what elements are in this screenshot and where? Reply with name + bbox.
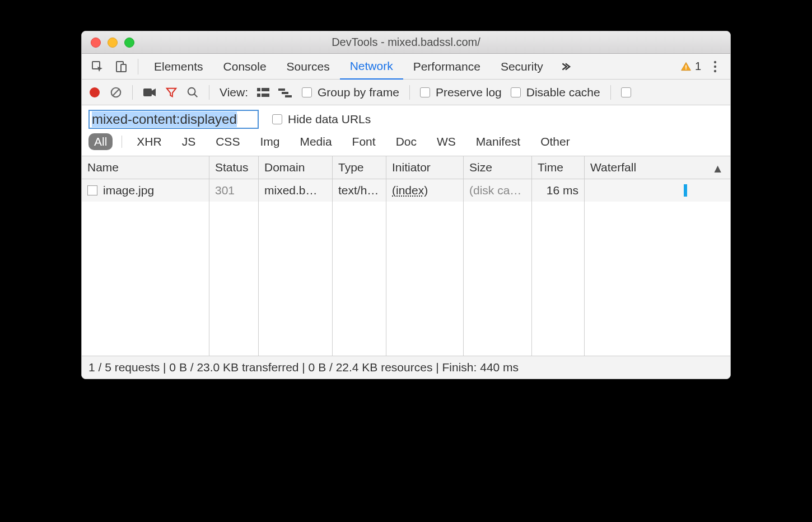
camera-icon[interactable]: [143, 87, 156, 98]
type-filter-manifest[interactable]: Manifest: [470, 133, 526, 150]
type-filter-all[interactable]: All: [88, 133, 113, 150]
cell-domain[interactable]: mixed.b…: [259, 179, 333, 202]
col-size[interactable]: Size: [464, 156, 532, 179]
warning-badge[interactable]: 1: [680, 60, 701, 73]
col-status[interactable]: Status: [209, 156, 259, 179]
tab-performance[interactable]: Performance: [403, 54, 491, 80]
filter-row: mixed-content:displayed Hide data URLs: [82, 105, 730, 131]
checkbox-icon: [302, 87, 312, 97]
svg-rect-16: [257, 94, 260, 97]
divider: [610, 85, 611, 100]
tab-elements[interactable]: Elements: [144, 54, 213, 80]
tab-sources[interactable]: Sources: [277, 54, 340, 80]
col-waterfall-label: Waterfall: [590, 161, 636, 174]
large-rows-icon[interactable]: [257, 87, 269, 98]
tab-network[interactable]: Network: [340, 54, 403, 80]
cell-status[interactable]: 301: [209, 179, 259, 202]
type-filter-other[interactable]: Other: [535, 133, 576, 150]
hide-data-urls-toggle[interactable]: Hide data URLs: [272, 113, 371, 126]
type-filter-js[interactable]: JS: [176, 133, 202, 150]
svg-rect-15: [262, 88, 269, 91]
cell-initiator[interactable]: (index): [386, 179, 464, 202]
svg-point-5: [714, 60, 716, 63]
svg-rect-20: [285, 95, 292, 97]
minimize-window-button[interactable]: [108, 38, 118, 48]
divider: [122, 136, 122, 148]
waterfall-bar: [684, 184, 687, 197]
cell-name[interactable]: image.jpg: [82, 179, 209, 202]
grid-empty-area: [82, 202, 730, 356]
col-domain[interactable]: Domain: [259, 156, 333, 179]
request-name: image.jpg: [103, 184, 154, 197]
clear-icon[interactable]: [110, 86, 122, 99]
initiator-link[interactable]: (index): [392, 184, 428, 197]
window-title: DevTools - mixed.badssl.com/: [82, 36, 730, 49]
main-tabs: Elements Console Sources Network Perform…: [82, 54, 730, 80]
divider: [409, 85, 410, 100]
divider: [209, 85, 209, 100]
col-initiator[interactable]: Initiator: [386, 156, 464, 179]
svg-rect-19: [282, 92, 288, 94]
svg-point-8: [90, 87, 100, 97]
checkbox-icon: [621, 87, 631, 97]
more-tabs-icon[interactable]: [553, 60, 577, 73]
svg-rect-17: [262, 94, 269, 97]
disable-cache-label: Disable cache: [526, 86, 600, 99]
record-icon[interactable]: [88, 86, 101, 99]
cell-type[interactable]: text/h…: [333, 179, 386, 202]
hide-data-urls-label: Hide data URLs: [288, 113, 371, 126]
statusbar-text: 1 / 5 requests | 0 B / 23.0 KB transferr…: [88, 361, 519, 374]
type-filter-doc[interactable]: Doc: [390, 133, 422, 150]
disable-cache-toggle[interactable]: Disable cache: [511, 86, 600, 99]
search-icon[interactable]: [186, 86, 199, 99]
col-name[interactable]: Name: [82, 156, 209, 179]
divider: [132, 85, 133, 100]
checkbox-icon: [272, 114, 282, 124]
preserve-log-label: Preserve log: [436, 86, 502, 99]
overview-icon[interactable]: [278, 87, 293, 98]
traffic-lights: [82, 38, 134, 48]
type-filter-font[interactable]: Font: [347, 133, 381, 150]
checkbox-icon: [511, 87, 521, 97]
type-filter-img[interactable]: Img: [254, 133, 285, 150]
type-filters: All XHR JS CSS Img Media Font Doc WS Man…: [82, 131, 730, 156]
warning-count: 1: [695, 60, 701, 73]
cell-time[interactable]: 16 ms: [532, 179, 585, 202]
svg-line-10: [113, 88, 120, 96]
inspect-element-icon[interactable]: [91, 60, 104, 73]
col-waterfall[interactable]: Waterfall ▲: [585, 156, 730, 179]
type-filter-css[interactable]: CSS: [210, 133, 245, 150]
zoom-window-button[interactable]: [124, 38, 134, 48]
svg-point-7: [714, 69, 716, 72]
device-toolbar-icon[interactable]: [114, 60, 128, 73]
group-by-frame-toggle[interactable]: Group by frame: [302, 86, 399, 99]
checkbox-icon: [420, 87, 430, 97]
type-filter-xhr[interactable]: XHR: [131, 133, 167, 150]
type-filter-ws[interactable]: WS: [431, 133, 461, 150]
svg-rect-18: [278, 88, 285, 91]
col-time[interactable]: Time: [532, 156, 585, 179]
close-window-button[interactable]: [91, 38, 101, 48]
tab-security[interactable]: Security: [491, 54, 553, 80]
filter-icon[interactable]: [165, 86, 178, 99]
view-label: View:: [220, 86, 248, 99]
tab-console[interactable]: Console: [213, 54, 277, 80]
svg-line-13: [194, 94, 198, 97]
svg-rect-3: [685, 65, 687, 68]
preserve-log-toggle[interactable]: Preserve log: [420, 86, 502, 99]
svg-point-12: [188, 87, 195, 95]
type-filter-media[interactable]: Media: [294, 133, 337, 150]
cell-waterfall[interactable]: [585, 179, 730, 202]
cell-size[interactable]: (disk ca…: [464, 179, 532, 202]
filter-input[interactable]: [88, 110, 259, 129]
divider: [138, 59, 138, 74]
network-toolbar: View: Group by frame Preserve log Disabl…: [82, 80, 730, 105]
statusbar: 1 / 5 requests | 0 B / 23.0 KB transferr…: [82, 356, 730, 379]
offline-toggle[interactable]: [621, 87, 631, 97]
svg-rect-14: [257, 88, 260, 91]
kebab-menu-icon[interactable]: [709, 58, 721, 75]
svg-rect-11: [143, 88, 152, 96]
svg-rect-2: [121, 64, 126, 72]
group-by-frame-label: Group by frame: [318, 86, 399, 99]
col-type[interactable]: Type: [333, 156, 386, 179]
